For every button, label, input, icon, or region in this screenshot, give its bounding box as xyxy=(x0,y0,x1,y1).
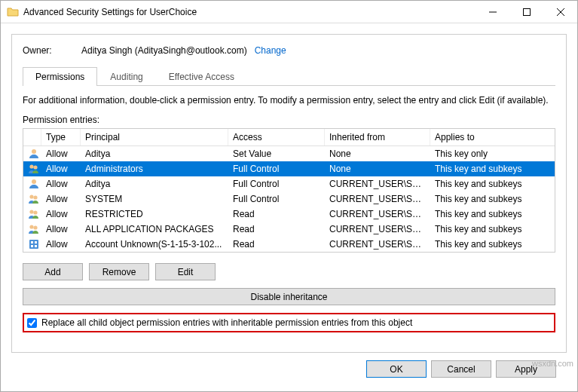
svg-point-5 xyxy=(29,194,33,198)
cell-access: Read xyxy=(228,208,325,220)
svg-point-9 xyxy=(29,225,33,228)
table-row[interactable]: AllowAdityaSet ValueNoneThis key only xyxy=(23,146,555,161)
tabs: Permissions Auditing Effective Access xyxy=(23,66,555,86)
col-inherited[interactable]: Inherited from xyxy=(325,129,430,145)
cell-access: Full Control xyxy=(228,193,325,205)
table-row[interactable]: AllowAdityaFull ControlCURRENT_USER\Soft… xyxy=(23,176,555,191)
svg-point-4 xyxy=(32,179,36,184)
cell-applies: This key only xyxy=(430,148,555,160)
svg-point-2 xyxy=(29,164,33,168)
permission-table: Type Principal Access Inherited from App… xyxy=(23,128,555,253)
folder-icon xyxy=(7,6,19,18)
principal-icon xyxy=(23,237,41,251)
replace-children-label: Replace all child object permission entr… xyxy=(41,317,412,328)
disable-inheritance-button[interactable]: Disable inheritance xyxy=(23,288,555,305)
cell-applies: This key and subkeys xyxy=(430,223,555,235)
col-icon[interactable] xyxy=(23,129,41,145)
svg-point-1 xyxy=(32,149,36,154)
cell-inherited: None xyxy=(325,148,430,160)
minimize-button[interactable] xyxy=(476,1,509,23)
cell-inherited: CURRENT_USER\Soft... xyxy=(325,238,430,250)
cancel-button[interactable]: Cancel xyxy=(431,360,491,378)
table-row[interactable]: AllowSYSTEMFull ControlCURRENT_USER\Soft… xyxy=(23,191,555,207)
principal-icon xyxy=(23,222,41,236)
ok-button[interactable]: OK xyxy=(366,360,427,378)
cell-access: Read xyxy=(228,223,325,235)
owner-value: Aditya Singh (AdityaSingh@outlook.com) xyxy=(81,45,247,56)
change-owner-link[interactable]: Change xyxy=(255,45,286,56)
tab-permissions[interactable]: Permissions xyxy=(23,67,97,86)
cell-principal: Aditya xyxy=(81,148,228,160)
replace-children-row: Replace all child object permission entr… xyxy=(23,313,555,332)
cell-type: Allow xyxy=(41,193,81,205)
svg-point-10 xyxy=(33,225,37,229)
cell-applies: This key and subkeys xyxy=(430,178,555,190)
cell-inherited: None xyxy=(325,163,430,175)
cell-access: Set Value xyxy=(228,148,325,160)
svg-rect-11 xyxy=(29,240,38,249)
content-panel: Owner: Aditya Singh (AdityaSingh@outlook… xyxy=(11,34,567,353)
entries-label: Permission entries: xyxy=(23,115,555,125)
principal-icon xyxy=(23,207,41,221)
svg-rect-13 xyxy=(35,241,37,243)
maximize-button[interactable] xyxy=(509,1,543,23)
disable-inheritance-row: Disable inheritance xyxy=(23,288,555,305)
col-applies[interactable]: Applies to xyxy=(430,129,555,145)
cell-applies: This key and subkeys xyxy=(430,208,555,220)
cell-type: Allow xyxy=(41,148,81,160)
cell-principal: RESTRICTED xyxy=(81,208,228,220)
table-row[interactable]: AllowAccount Unknown(S-1-15-3-102...Read… xyxy=(23,237,555,252)
principal-icon xyxy=(23,147,41,161)
cell-principal: Administrators xyxy=(81,163,228,175)
cell-applies: This key and subkeys xyxy=(430,238,555,250)
cell-inherited: CURRENT_USER\Soft... xyxy=(325,178,430,190)
cell-type: Allow xyxy=(41,163,81,175)
add-button[interactable]: Add xyxy=(23,263,83,280)
cell-inherited: CURRENT_USER\Soft... xyxy=(325,223,430,235)
window: Advanced Security Settings for UserChoic… xyxy=(0,0,578,392)
titlebar: Advanced Security Settings for UserChoic… xyxy=(1,1,577,23)
cell-access: Full Control xyxy=(228,163,325,175)
cell-applies: This key and subkeys xyxy=(430,193,555,205)
table-row[interactable]: AllowALL APPLICATION PACKAGESReadCURRENT… xyxy=(23,222,555,237)
table-row[interactable]: AllowRESTRICTEDReadCURRENT_USER\Soft...T… xyxy=(23,207,555,222)
svg-rect-15 xyxy=(35,245,37,247)
svg-point-7 xyxy=(29,210,33,213)
cell-inherited: CURRENT_USER\Soft... xyxy=(325,193,430,205)
replace-children-checkbox[interactable] xyxy=(27,318,37,328)
table-header: Type Principal Access Inherited from App… xyxy=(23,129,555,146)
principal-icon xyxy=(23,192,41,206)
window-title: Advanced Security Settings for UserChoic… xyxy=(23,7,476,17)
svg-rect-0 xyxy=(523,8,530,15)
svg-point-3 xyxy=(33,165,37,169)
cell-type: Allow xyxy=(41,178,81,190)
owner-label: Owner: xyxy=(23,45,81,56)
cell-applies: This key and subkeys xyxy=(430,163,555,175)
principal-icon xyxy=(23,177,41,191)
owner-row: Owner: Aditya Singh (AdityaSingh@outlook… xyxy=(23,45,555,56)
svg-point-8 xyxy=(33,210,37,214)
edit-button[interactable]: Edit xyxy=(155,263,216,280)
cell-type: Allow xyxy=(41,223,81,235)
col-principal[interactable]: Principal xyxy=(81,129,228,145)
table-row[interactable]: AllowAdministratorsFull ControlNoneThis … xyxy=(23,161,555,176)
watermark: wsxdn.com xyxy=(532,359,573,368)
svg-rect-12 xyxy=(31,241,33,243)
col-type[interactable]: Type xyxy=(41,129,81,145)
tab-effective-access[interactable]: Effective Access xyxy=(156,67,247,86)
svg-rect-14 xyxy=(31,245,33,247)
table-body: AllowAdityaSet ValueNoneThis key onlyAll… xyxy=(23,146,555,252)
cell-access: Full Control xyxy=(228,178,325,190)
svg-point-6 xyxy=(33,195,37,199)
principal-icon xyxy=(23,162,41,176)
cell-access: Read xyxy=(228,238,325,250)
col-access[interactable]: Access xyxy=(228,129,325,145)
cell-type: Allow xyxy=(41,238,81,250)
cell-type: Allow xyxy=(41,208,81,220)
remove-button[interactable]: Remove xyxy=(89,263,149,280)
tab-auditing[interactable]: Auditing xyxy=(97,67,155,86)
info-text: For additional information, double-click… xyxy=(23,95,555,106)
client-area: Owner: Aditya Singh (AdityaSingh@outlook… xyxy=(1,23,577,391)
cell-principal: Account Unknown(S-1-15-3-102... xyxy=(81,238,228,250)
close-button[interactable] xyxy=(543,1,577,23)
